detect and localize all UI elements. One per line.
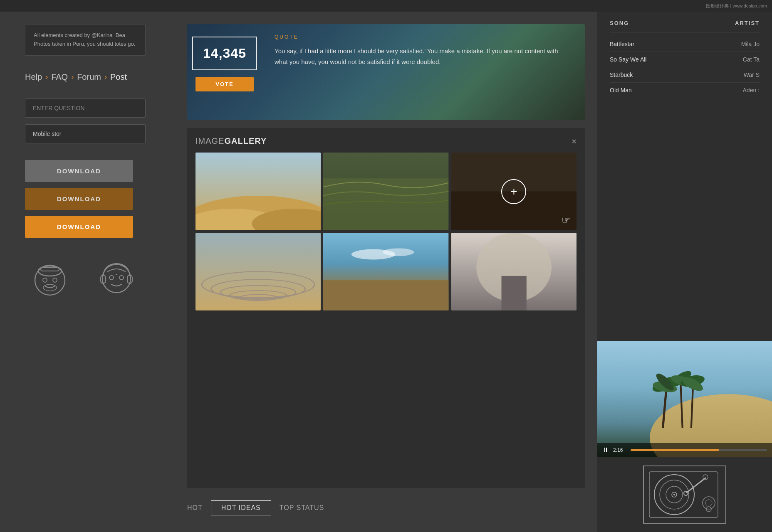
avatar-1 — [25, 250, 75, 300]
svg-point-3 — [43, 278, 47, 282]
svg-point-56 — [705, 500, 712, 506]
breadcrumb-forum[interactable]: Forum — [77, 72, 101, 82]
gallery-image-1 — [195, 153, 321, 230]
sidebar: All elements created by @Karina_Bea Phot… — [0, 12, 171, 532]
music-row-4[interactable]: Old Man Aden : — [610, 83, 760, 98]
gallery-cell-2[interactable] — [323, 153, 448, 230]
breadcrumb-post[interactable]: Post — [110, 72, 127, 82]
gallery-add-overlay: + — [451, 153, 577, 230]
music-list: SONG ARTIST Battlestar Mila Jo So Say We… — [597, 12, 772, 341]
song-1: Battlestar — [610, 41, 634, 47]
quote-widget: 14,345 VOTE QUOTE You say, if I had a li… — [187, 24, 585, 120]
svg-point-55 — [703, 497, 715, 509]
download-button-gray[interactable]: DOWNLOAD — [25, 160, 133, 182]
gallery-image-5 — [323, 233, 448, 310]
info-line1: All elements created by @Karina_Bea — [34, 31, 137, 40]
gallery-cell-6[interactable] — [451, 233, 577, 310]
svg-point-54 — [684, 491, 688, 495]
gallery-title: IMAGEGALLERY — [195, 136, 267, 146]
song-3: Starbuck — [610, 71, 633, 78]
col-artist: ARTIST — [735, 20, 760, 26]
svg-point-53 — [703, 475, 708, 480]
svg-point-4 — [53, 278, 57, 282]
avatar-2 — [92, 250, 141, 300]
info-line2: Photos taken in Peru, you should totes g… — [34, 40, 137, 49]
breadcrumb-sep-1: › — [45, 73, 48, 81]
top-bar: 图形设计类 | www.design.com — [0, 0, 772, 12]
gallery-header: IMAGEGALLERY × — [195, 136, 577, 146]
vote-box: 14,345 — [192, 37, 257, 70]
svg-line-52 — [687, 478, 705, 493]
gallery-image-4 — [195, 233, 321, 310]
music-row-2[interactable]: So Say We All Cat Ta — [610, 52, 760, 67]
col-song: SONG — [610, 20, 629, 26]
breadcrumb-sep-2: › — [71, 73, 74, 81]
cursor-hand-icon: ☞ — [562, 214, 571, 226]
right-sidebar: SONG ARTIST Battlestar Mila Jo So Say We… — [597, 12, 772, 532]
artist-3: War S — [744, 71, 760, 78]
music-row-1[interactable]: Battlestar Mila Jo — [610, 37, 760, 52]
add-icon: + — [501, 179, 526, 204]
svg-point-0 — [35, 265, 65, 295]
artist-1: Mila Jo — [741, 41, 760, 47]
avatars-area — [25, 250, 146, 300]
progress-bar[interactable] — [631, 449, 767, 451]
vote-count: 14,345 — [203, 46, 246, 61]
gallery-close-button[interactable]: × — [572, 137, 577, 145]
svg-rect-2 — [41, 268, 59, 271]
song-4: Old Man — [610, 87, 632, 94]
center-area: 14,345 VOTE QUOTE You say, if I had a li… — [171, 12, 597, 532]
tab-hot[interactable]: HOT — [187, 501, 203, 515]
download-button-brown[interactable]: DOWNLOAD — [25, 188, 133, 210]
gallery-cell-3[interactable]: + ☞ — [451, 153, 577, 230]
pause-button[interactable]: ⏸ — [602, 446, 609, 454]
music-row-3[interactable]: Starbuck War S — [610, 67, 760, 83]
turntable-box — [643, 466, 726, 524]
main-layout: All elements created by @Karina_Bea Phot… — [0, 12, 772, 532]
quote-right: QUOTE You say, if I had a little more I … — [262, 24, 585, 120]
gallery-grid: + ☞ — [195, 153, 577, 310]
quote-text: You say, if I had a little more I should… — [275, 46, 572, 67]
gallery-image-2 — [323, 153, 448, 230]
gallery-title-plain: IMAGE — [195, 136, 224, 145]
gallery-title-bold: GALLERY — [224, 136, 267, 145]
music-table-header: SONG ARTIST — [610, 20, 760, 32]
download-button-orange[interactable]: DOWNLOAD — [25, 216, 133, 238]
vote-button[interactable]: VOTE — [195, 77, 254, 91]
turntable-svg — [647, 470, 722, 520]
artist-2: Cat Ta — [743, 56, 760, 63]
svg-point-30 — [383, 248, 414, 256]
text-input[interactable] — [25, 124, 146, 143]
svg-rect-33 — [501, 276, 526, 310]
gallery-cell-5[interactable] — [323, 233, 448, 310]
video-player: ⏸ 2:16 — [597, 341, 772, 457]
progress-fill — [631, 449, 719, 451]
song-2: So Say We All — [610, 56, 646, 63]
svg-rect-28 — [323, 280, 448, 310]
tab-top-status[interactable]: TOP STATUS — [280, 501, 324, 515]
gallery-image-6 — [451, 233, 577, 310]
question-input[interactable] — [25, 99, 146, 118]
video-bg — [597, 341, 772, 457]
gallery-cell-1[interactable] — [195, 153, 321, 230]
svg-point-11 — [119, 276, 124, 280]
info-box: All elements created by @Karina_Bea Phot… — [25, 24, 146, 56]
time-display: 2:16 — [613, 447, 626, 453]
gallery-cell-4[interactable] — [195, 233, 321, 310]
svg-point-51 — [673, 494, 675, 495]
artist-4: Aden : — [743, 87, 760, 94]
turntable-area — [597, 457, 772, 532]
quote-left: 14,345 VOTE — [187, 24, 262, 120]
tab-bar: HOT HOT IDEAS TOP STATUS — [187, 496, 585, 520]
tab-hot-ideas[interactable]: HOT IDEAS — [211, 500, 271, 515]
svg-point-10 — [109, 276, 114, 280]
quote-label: QUOTE — [275, 34, 572, 40]
breadcrumb-faq[interactable]: FAQ — [51, 72, 68, 82]
breadcrumb: Help › FAQ › Forum › Post — [25, 72, 146, 82]
video-controls: ⏸ 2:16 — [597, 443, 772, 457]
top-bar-text: 图形设计类 | www.design.com — [706, 3, 767, 9]
breadcrumb-help[interactable]: Help — [25, 72, 42, 82]
gallery-widget: IMAGEGALLERY × — [187, 128, 585, 488]
breadcrumb-sep-3: › — [104, 73, 107, 81]
